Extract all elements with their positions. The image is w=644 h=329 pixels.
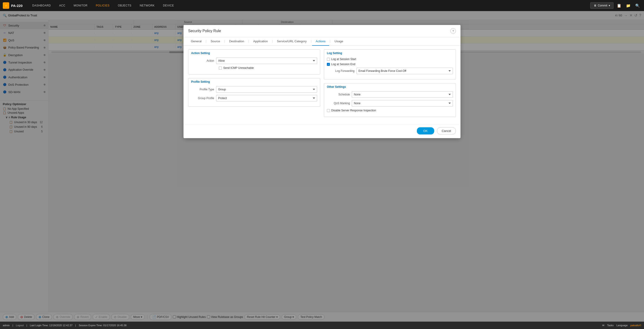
- log-forwarding-select-wrapper: Email Forwarding Brute Force Cool-Off No…: [356, 68, 453, 74]
- group-profile-select[interactable]: Protect default: [216, 95, 317, 101]
- commit-button[interactable]: 🖥 Commit ▾: [590, 2, 614, 9]
- action-select[interactable]: Allow Deny Drop: [216, 58, 317, 64]
- other-settings-section: Other Settings Schedule None QoS Marking: [324, 83, 456, 117]
- action-setting-section: Action Setting Action Allow Deny Drop: [188, 50, 320, 74]
- action-row: Action Allow Deny Drop: [191, 58, 317, 64]
- qos-marking-row: QoS Marking None: [327, 100, 453, 107]
- schedule-select[interactable]: None: [352, 91, 453, 98]
- tab-application[interactable]: Application: [250, 37, 272, 46]
- profile-type-label: Profile Type: [191, 88, 214, 91]
- disable-inspection-row: Disable Server Response Inspection: [327, 109, 453, 112]
- tab-divider-4: |: [272, 37, 273, 46]
- tab-source[interactable]: Source: [207, 37, 224, 46]
- modal-title: Security Policy Rule: [188, 29, 221, 33]
- log-setting-content: Log at Session Start ✓ Log at Session En…: [324, 56, 456, 79]
- commit-dropdown-icon: ▾: [609, 4, 610, 7]
- upload-button[interactable]: 📋: [616, 3, 623, 9]
- cancel-button[interactable]: Cancel: [437, 127, 456, 134]
- log-session-start-checkbox[interactable]: [327, 58, 330, 61]
- log-setting-section: Log Setting Log at Session Start ✓ Log a…: [324, 50, 456, 80]
- other-settings-title: Other Settings: [324, 83, 456, 89]
- modal-overlay: Security Policy Rule ? General | Source …: [0, 11, 644, 312]
- profile-setting-title: Profile Setting: [188, 78, 320, 84]
- log-forwarding-label: Log Forwarding: [327, 69, 354, 73]
- modal-header: Security Policy Rule ?: [184, 25, 460, 37]
- log-session-end-row: ✓ Log at Session End: [327, 63, 453, 66]
- schedule-label: Schedule: [327, 93, 350, 96]
- disable-inspection-checkbox[interactable]: [327, 109, 330, 112]
- download-button[interactable]: 📁: [624, 3, 632, 9]
- schedule-select-wrapper: None: [352, 91, 453, 98]
- tab-divider-1: |: [205, 37, 207, 46]
- modal-footer: OK Cancel: [184, 124, 460, 138]
- nav-items: DASHBOARD ACC MONITOR POLICIES OBJECTS N…: [28, 0, 590, 11]
- tab-divider-3: |: [248, 37, 250, 46]
- action-setting-title: Action Setting: [188, 50, 320, 56]
- search-nav-button[interactable]: 🔍: [634, 3, 641, 9]
- profile-setting-content: Profile Type Group None Profiles Group P…: [188, 84, 320, 107]
- send-icmp-row: Send ICMP Unreachable: [219, 66, 317, 70]
- security-policy-rule-modal: Security Policy Rule ? General | Source …: [184, 25, 460, 138]
- nav-monitor[interactable]: MONITOR: [70, 0, 92, 11]
- tab-divider-2: |: [224, 37, 226, 46]
- log-forwarding-row: Log Forwarding Email Forwarding Brute Fo…: [327, 68, 453, 74]
- modal-tabs: General | Source | Destination | Applica…: [184, 37, 460, 46]
- disable-inspection-label: Disable Server Response Inspection: [331, 109, 376, 112]
- nav-acc[interactable]: ACC: [55, 0, 70, 11]
- profile-type-row: Profile Type Group None Profiles: [191, 86, 317, 93]
- profile-setting-section: Profile Setting Profile Type Group None …: [188, 78, 320, 107]
- qos-marking-select[interactable]: None: [352, 100, 453, 107]
- nav-right: 🖥 Commit ▾ 📋 📁 🔍: [590, 2, 641, 9]
- log-session-end-checkbox[interactable]: ✓: [327, 63, 330, 66]
- log-setting-title: Log Setting: [324, 50, 456, 56]
- tab-general[interactable]: General: [187, 37, 205, 46]
- log-session-end-label: Log at Session End: [331, 63, 355, 66]
- group-profile-select-wrapper: Protect default: [216, 95, 317, 101]
- modal-left-panel: Action Setting Action Allow Deny Drop: [188, 50, 320, 121]
- qos-marking-select-wrapper: None: [352, 100, 453, 107]
- qos-marking-label: QoS Marking: [327, 102, 350, 105]
- group-profile-label: Group Profile: [191, 97, 214, 100]
- nav-dashboard[interactable]: DASHBOARD: [28, 0, 55, 11]
- brand: ⚡ PA-220: [3, 2, 22, 9]
- group-profile-row: Group Profile Protect default: [191, 95, 317, 101]
- profile-type-select-wrapper: Group None Profiles: [216, 86, 317, 93]
- nav-objects[interactable]: OBJECTS: [114, 0, 136, 11]
- profile-type-select[interactable]: Group None Profiles: [216, 86, 317, 93]
- tab-destination[interactable]: Destination: [226, 37, 248, 46]
- top-navigation: ⚡ PA-220 DASHBOARD ACC MONITOR POLICIES …: [0, 0, 644, 11]
- log-forwarding-select[interactable]: Email Forwarding Brute Force Cool-Off No…: [356, 68, 453, 74]
- log-session-start-row: Log at Session Start: [327, 58, 453, 61]
- tab-usage[interactable]: Usage: [331, 37, 347, 46]
- brand-name: PA-220: [11, 4, 22, 8]
- nav-policies[interactable]: POLICIES: [92, 0, 114, 11]
- commit-icon: 🖥: [594, 4, 596, 7]
- tab-divider-6: |: [329, 37, 331, 46]
- action-label: Action: [191, 59, 214, 62]
- nav-device[interactable]: DEVICE: [159, 0, 178, 11]
- action-setting-content: Action Allow Deny Drop Send: [188, 56, 320, 74]
- tab-service-url[interactable]: Service/URL Category: [273, 37, 310, 46]
- send-icmp-checkbox[interactable]: [219, 67, 222, 70]
- schedule-row: Schedule None: [327, 91, 453, 98]
- modal-body: Action Setting Action Allow Deny Drop: [184, 46, 460, 124]
- nav-network[interactable]: NETWORK: [136, 0, 159, 11]
- tab-actions[interactable]: Actions: [312, 37, 330, 46]
- send-icmp-label: Send ICMP Unreachable: [223, 66, 254, 70]
- modal-right-panel: Log Setting Log at Session Start ✓ Log a…: [324, 50, 456, 121]
- commit-label: Commit: [598, 4, 607, 7]
- tab-divider-5: |: [310, 37, 312, 46]
- action-select-wrapper: Allow Deny Drop: [216, 58, 317, 64]
- other-settings-content: Schedule None QoS Marking No: [324, 89, 456, 117]
- ok-button[interactable]: OK: [417, 127, 434, 134]
- log-session-start-label: Log at Session Start: [331, 58, 356, 61]
- modal-help-button[interactable]: ?: [450, 28, 456, 34]
- brand-logo: ⚡: [3, 2, 9, 9]
